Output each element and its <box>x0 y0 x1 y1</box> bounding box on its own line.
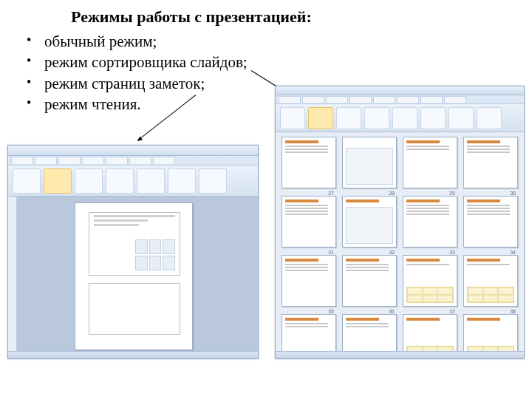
ribbon-tabs <box>276 95 524 104</box>
slide-thumb: 32 <box>342 196 397 248</box>
status-bar <box>276 351 524 358</box>
slide-thumb: 28 <box>342 137 397 188</box>
workarea <box>8 197 258 351</box>
screenshot-sorter-view: 27 28 29 30 31 32 33 34 35 36 37 38 39 4… <box>275 86 525 359</box>
slide-thumb: 35 <box>282 255 336 307</box>
window-titlebar <box>8 146 258 156</box>
notes-placeholder <box>89 283 180 335</box>
vertical-ruler <box>8 197 17 351</box>
slide-thumb: 38 <box>463 255 518 307</box>
slide-thumb: 37 <box>403 255 457 307</box>
notes-page <box>75 202 193 350</box>
slide-thumb: 39 <box>282 314 336 351</box>
slide-thumb: 31 <box>282 196 336 248</box>
slide-thumb: 34 <box>463 196 518 248</box>
status-bar <box>8 351 258 358</box>
slide-thumb: 36 <box>342 255 397 307</box>
slide-thumb: 33 <box>403 196 457 248</box>
slide-thumbnail <box>89 212 180 276</box>
bullet-item: обычный режим; <box>24 31 319 52</box>
window-titlebar <box>276 86 524 95</box>
bullet-item: режим сортировщика слайдов; <box>24 52 319 72</box>
slide-title: Режимы работы с презентацией: <box>71 7 319 27</box>
slide-thumb: 27 <box>282 137 336 188</box>
screenshot-notes-view <box>7 145 259 359</box>
ribbon-tabs <box>8 156 258 166</box>
ribbon <box>8 166 258 197</box>
slide-thumb: 30 <box>463 137 518 188</box>
slide-thumb: 29 <box>403 137 457 188</box>
ribbon <box>276 104 524 132</box>
slide-thumb: 42 <box>463 314 518 351</box>
slide-sorter-grid: 27 28 29 30 31 32 33 34 35 36 37 38 39 4… <box>279 132 521 351</box>
slide-thumb: 41 <box>403 314 457 351</box>
slide-thumb: 40 <box>342 314 397 351</box>
